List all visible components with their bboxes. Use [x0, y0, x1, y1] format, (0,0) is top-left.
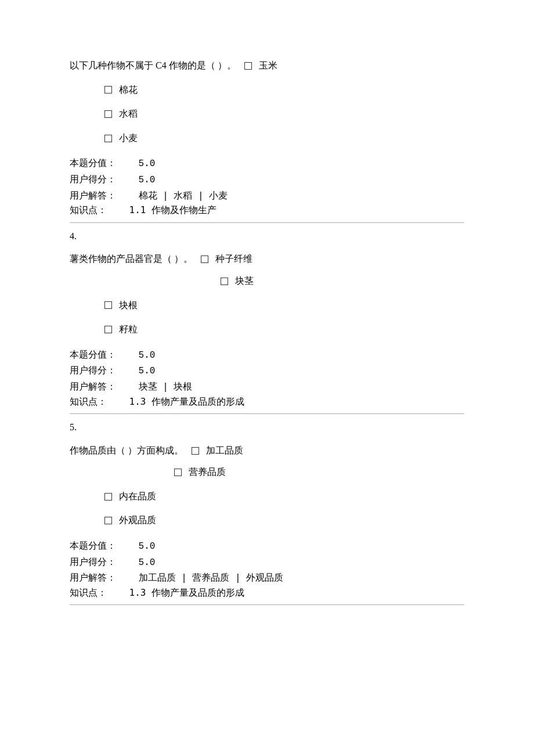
question-number: 4. [70, 229, 464, 244]
option-label: 棉花 [119, 85, 138, 95]
user-score-row: 用户得分： 5.0 [70, 363, 464, 379]
question-4: 4. 薯类作物的产品器官是（ ）。 种子纤维 块茎 块根 籽粒 本题分值： 5.… [70, 229, 464, 409]
question-5: 5. 作物品质由（ ）方面构成。 加工品质 营养品质 内在品质 外观品质 本题分… [70, 420, 464, 600]
kp-row: 知识点： 1.3 作物产量及品质的形成 [70, 394, 464, 409]
option-c: 内在品质 [104, 489, 464, 504]
score-row: 本题分值： 5.0 [70, 156, 464, 172]
kp-row: 知识点： 1.1 作物及作物生产 [70, 203, 464, 218]
checkbox-icon[interactable] [192, 447, 199, 455]
option-a: 玉米 [244, 58, 277, 73]
checkbox-icon[interactable] [104, 517, 112, 524]
option-label: 籽粒 [119, 324, 138, 334]
stem-text: 薯类作物的产品器官是（ ）。 [70, 254, 193, 264]
checkbox-icon[interactable] [104, 135, 112, 142]
meta-block: 本题分值： 5.0 用户得分： 5.0 用户解答： 棉花 | 水稻 | 小麦 知… [70, 156, 464, 217]
option-label: 内在品质 [119, 491, 156, 501]
meta-block: 本题分值： 5.0 用户得分： 5.0 用户解答： 加工品质 | 营养品质 | … [70, 538, 464, 600]
option-a: 加工品质 [192, 443, 243, 458]
question-stem: 作物品质由（ ）方面构成。 加工品质 [70, 443, 464, 458]
meta-block: 本题分值： 5.0 用户得分： 5.0 用户解答： 块茎 | 块根 知识点： 1… [70, 347, 464, 409]
stem-text: 以下几种作物不属于 C4 作物的是（ ）。 [70, 60, 236, 70]
option-label: 种子纤维 [215, 254, 252, 264]
option-label: 块根 [119, 300, 138, 310]
option-b: 块茎 [221, 273, 464, 289]
checkbox-icon[interactable] [221, 278, 228, 285]
option-a: 种子纤维 [201, 251, 252, 267]
question-3: 以下几种作物不属于 C4 作物的是（ ）。 玉米 棉花 水稻 小麦 本题分值： … [70, 58, 464, 218]
answer-row: 用户解答： 块茎 | 块根 [70, 379, 464, 394]
checkbox-icon[interactable] [174, 469, 182, 476]
checkbox-icon[interactable] [201, 255, 208, 263]
option-b: 棉花 [104, 82, 464, 98]
option-d: 外观品质 [104, 513, 464, 528]
user-score-row: 用户得分： 5.0 [70, 172, 464, 188]
option-label: 块茎 [235, 276, 254, 286]
option-c: 块根 [104, 298, 464, 313]
stem-text: 作物品质由（ ）方面构成。 [70, 445, 183, 455]
option-label: 外观品质 [119, 515, 156, 525]
option-b: 营养品质 [174, 465, 464, 480]
checkbox-icon[interactable] [104, 86, 112, 93]
kp-row: 知识点： 1.3 作物产量及品质的形成 [70, 585, 464, 600]
option-c: 水稻 [104, 106, 464, 121]
divider [70, 222, 464, 223]
checkbox-icon[interactable] [244, 62, 252, 70]
answer-row: 用户解答： 加工品质 | 营养品质 | 外观品质 [70, 570, 464, 585]
divider [70, 413, 464, 414]
option-label: 水稻 [119, 109, 138, 118]
option-label: 小麦 [119, 133, 138, 143]
option-label: 加工品质 [206, 445, 243, 455]
checkbox-icon[interactable] [104, 326, 112, 333]
checkbox-icon[interactable] [104, 301, 112, 309]
score-row: 本题分值： 5.0 [70, 538, 464, 555]
question-stem: 薯类作物的产品器官是（ ）。 种子纤维 [70, 251, 464, 267]
option-label: 营养品质 [189, 467, 226, 477]
score-row: 本题分值： 5.0 [70, 347, 464, 363]
answer-row: 用户解答： 棉花 | 水稻 | 小麦 [70, 188, 464, 203]
question-stem: 以下几种作物不属于 C4 作物的是（ ）。 玉米 [70, 58, 464, 73]
question-number: 5. [70, 420, 464, 435]
checkbox-icon[interactable] [104, 110, 112, 118]
divider [70, 604, 464, 605]
option-label: 玉米 [259, 60, 277, 70]
checkbox-icon[interactable] [104, 493, 112, 501]
user-score-row: 用户得分： 5.0 [70, 555, 464, 571]
option-d: 籽粒 [104, 322, 464, 337]
option-d: 小麦 [104, 131, 464, 146]
